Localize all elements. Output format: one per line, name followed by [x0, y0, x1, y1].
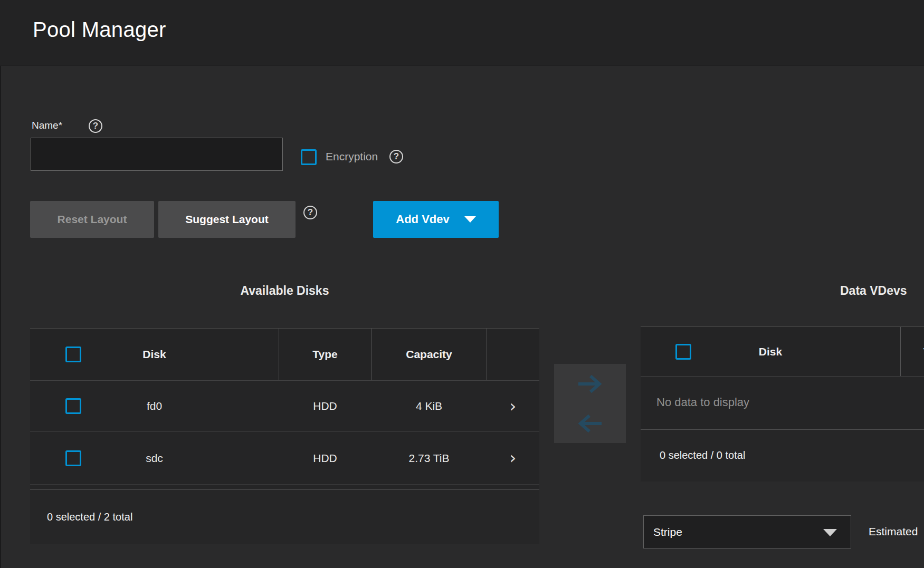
table-body-spacer [30, 485, 539, 489]
available-disks-table: Disk Type Capacity fd0 HDD 4 KiB › sdc H… [30, 328, 539, 544]
selection-summary: 0 selected / 0 total [660, 430, 745, 481]
cell-capacity: 4 KiB [371, 381, 487, 431]
column-header-disk: Disk [641, 327, 900, 376]
cell-disk: fd0 [30, 381, 279, 431]
column-divider [371, 329, 372, 380]
column-divider [279, 329, 279, 380]
reset-layout-button[interactable]: Reset Layout [30, 201, 154, 238]
column-divider [900, 327, 901, 376]
table-row-sdc[interactable]: sdc HDD 2.73 TiB › [30, 432, 539, 485]
data-vdevs-footer: 0 selected / 0 total [641, 429, 924, 482]
arrow-left-icon [577, 413, 603, 434]
name-help-icon[interactable]: ? [89, 119, 102, 133]
cell-type: HDD [279, 381, 371, 431]
table-row-fd0[interactable]: fd0 HDD 4 KiB › [30, 381, 539, 432]
selection-summary: 0 selected / 2 total [47, 490, 132, 544]
column-divider [487, 329, 487, 380]
move-left-button[interactable] [554, 403, 626, 443]
column-header-type: Type [279, 329, 371, 380]
layout-select[interactable]: Stripe [643, 515, 851, 548]
add-vdev-label: Add Vdev [396, 213, 449, 226]
chevron-right-icon: › [510, 396, 517, 416]
encryption-help-icon[interactable]: ? [389, 150, 403, 163]
data-vdevs-table: Disk Type No data to display 0 selected … [641, 326, 924, 482]
selected-layout-value: Stripe [653, 526, 682, 538]
cell-type: HDD [279, 432, 371, 484]
column-header-capacity: Capacity [371, 329, 487, 380]
page-title: Pool Manager [33, 18, 166, 42]
pool-manager-screen: Pool Manager Name* ? Encryption ? Reset … [0, 0, 924, 568]
dialog-left-edge [0, 0, 1, 568]
estimated-label: Estimated [869, 525, 918, 538]
cell-capacity: 2.73 TiB [371, 432, 487, 484]
available-disks-footer: 0 selected / 2 total [30, 489, 539, 544]
header-strip: Pool Manager [0, 0, 924, 66]
encryption-label[interactable]: Encryption [326, 150, 378, 163]
name-input[interactable] [31, 138, 283, 171]
transfer-controls [554, 364, 626, 443]
move-right-button[interactable] [554, 364, 626, 403]
caret-down-icon [823, 529, 837, 536]
suggest-layout-button[interactable]: Suggest Layout [158, 201, 296, 238]
name-label: Name* [32, 120, 62, 131]
add-vdev-button[interactable]: Add Vdev [373, 201, 499, 238]
expand-row-button[interactable]: › [487, 432, 539, 484]
arrow-right-icon [577, 374, 603, 394]
data-vdevs-table-header: Disk Type [641, 326, 924, 377]
data-vdevs-title: Data VDevs [840, 284, 907, 298]
available-disks-title: Available Disks [30, 284, 539, 298]
expand-row-button[interactable]: › [487, 381, 539, 431]
empty-state-message: No data to display [656, 377, 749, 428]
cell-disk: sdc [30, 432, 279, 484]
chevron-down-icon [464, 216, 476, 223]
available-disks-table-header: Disk Type Capacity [30, 328, 539, 381]
column-header-disk: Disk [30, 329, 279, 380]
chevron-right-icon: › [510, 448, 517, 468]
empty-state-row: No data to display [641, 377, 924, 429]
layout-help-icon[interactable]: ? [303, 206, 317, 219]
encryption-checkbox[interactable] [301, 149, 317, 165]
